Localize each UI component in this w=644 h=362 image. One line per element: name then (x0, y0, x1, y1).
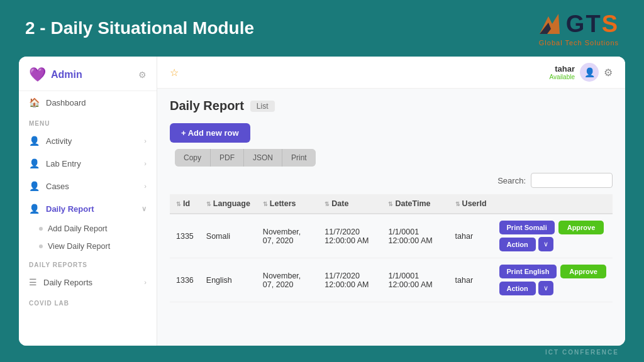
cell-id: 1335 (170, 214, 200, 258)
page-main-title: 2 - Daily Situational Module (25, 18, 254, 38)
user-status: Available (550, 74, 575, 80)
activity-icon: 👤 (29, 136, 40, 146)
arrow-down-icon: ∨ (142, 205, 147, 213)
row-actions-bottom: Action ∨ (499, 281, 606, 295)
sidebar-item-daily-reports[interactable]: ☰ Daily Reports › (19, 271, 157, 293)
sub-dot-icon (39, 244, 43, 248)
col-datetime: ⇅DateTime (382, 194, 448, 214)
user-gear-icon[interactable]: ⚙ (604, 67, 613, 79)
search-input[interactable] (531, 173, 613, 188)
sidebar-section-daily-reports: DAILY REPORTS (19, 255, 157, 271)
table-body: 1335 Somali November, 07, 2020 11/7/2020… (170, 214, 613, 302)
cell-userid: tahar (449, 258, 493, 302)
sidebar-item-dashboard[interactable]: 🏠 Dashboard (19, 91, 157, 114)
json-button[interactable]: JSON (244, 149, 282, 167)
gts-bird-icon (535, 10, 562, 38)
copy-button[interactable]: Copy (175, 149, 211, 167)
top-header: 2 - Daily Situational Module GTS Global … (0, 0, 644, 57)
page-badge: List (250, 101, 275, 112)
page-title: Daily Report (170, 99, 244, 113)
sidebar-item-label: Activity (46, 136, 72, 146)
lab-icon: 👤 (29, 158, 40, 168)
cell-date: 11/7/2020 12:00:00 AM (318, 258, 382, 302)
sidebar-section-menu: MENU (19, 114, 157, 129)
col-id: ⇅Id (170, 194, 200, 214)
search-label: Search: (497, 176, 526, 185)
brand-icon: 💜 (29, 67, 46, 83)
watermark-ict: ICT CONFERENCE (545, 349, 619, 356)
sort-icon: ⇅ (263, 201, 268, 207)
sort-icon: ⇅ (325, 201, 330, 207)
sort-icon: ⇅ (455, 201, 460, 207)
arrow-icon: › (144, 182, 147, 190)
action-dropdown-button-row0[interactable]: ∨ (538, 237, 553, 251)
print-somali-button[interactable]: Print Somali (499, 221, 555, 234)
col-userid: ⇅UserId (449, 194, 493, 214)
cell-letters: November, 07, 2020 (257, 258, 318, 302)
logo-s: S (602, 11, 619, 37)
sidebar-item-label: Cases (46, 182, 69, 191)
col-letters: ⇅Letters (257, 194, 318, 214)
row-actions-top: Print English Approve (499, 265, 606, 278)
arrow-icon: › (144, 278, 147, 286)
cell-date: 11/7/2020 12:00:00 AM (318, 214, 382, 258)
export-btn-group: Copy PDF JSON Print (175, 149, 316, 167)
sidebar-item-label: Daily Reports (43, 278, 92, 287)
cell-datetime: 1/1/0001 12:00:00 AM (382, 258, 448, 302)
approve-button-row1[interactable]: Approve (560, 265, 606, 278)
sidebar-item-activity[interactable]: 👤 Activity › (19, 129, 157, 152)
action-button-row1[interactable]: Action (499, 282, 536, 295)
daily-report-icon: 👤 (29, 204, 40, 214)
print-english-button[interactable]: Print English (499, 265, 557, 278)
toolbar: + Add new row (170, 123, 613, 143)
add-new-row-button[interactable]: + Add new row (170, 123, 250, 143)
table-header-row: ⇅Id ⇅Language ⇅Letters ⇅Date ⇅DateTime ⇅… (170, 194, 613, 214)
user-name: tahar (550, 64, 575, 74)
cell-actions-row0: Print Somali Approve Action ∨ (493, 214, 613, 258)
action-button-row0[interactable]: Action (499, 238, 536, 251)
sidebar-item-lab-entry[interactable]: 👤 Lab Entry › (19, 152, 157, 175)
logo-subtitle: Global Tech Solutions (539, 39, 619, 47)
sidebar-brand-name: Admin (51, 69, 82, 80)
sub-dot-icon (39, 227, 43, 231)
data-table: ⇅Id ⇅Language ⇅Letters ⇅Date ⇅DateTime ⇅… (170, 194, 613, 302)
sidebar-sub-add-daily-report[interactable]: Add Daily Report (19, 220, 157, 238)
cell-letters: November, 07, 2020 (257, 214, 318, 258)
cell-datetime: 1/1/0001 12:00:00 AM (382, 214, 448, 258)
sort-icon: ⇅ (206, 201, 211, 207)
sidebar-settings-icon[interactable]: ⚙ (138, 70, 147, 80)
col-language: ⇅Language (200, 194, 257, 214)
sidebar-item-label: Dashboard (46, 98, 86, 107)
pdf-button[interactable]: PDF (211, 149, 244, 167)
content-topbar: ☆ tahar Available 👤 ⚙ (157, 57, 625, 89)
sort-icon: ⇅ (176, 201, 181, 207)
cases-icon: 👤 (29, 181, 40, 191)
sidebar-item-label: Lab Entry (46, 159, 81, 168)
cell-language: Somali (200, 214, 257, 258)
print-button[interactable]: Print (282, 149, 316, 167)
table-header: ⇅Id ⇅Language ⇅Letters ⇅Date ⇅DateTime ⇅… (170, 194, 613, 214)
sidebar-brand: 💜 Admin ⚙ (19, 57, 157, 91)
sidebar-item-cases[interactable]: 👤 Cases › (19, 175, 157, 197)
sidebar-sub-label: Add Daily Report (48, 224, 108, 233)
row-actions-bottom: Action ∨ (499, 237, 606, 251)
sidebar-sub-view-daily-report[interactable]: View Daily Report (19, 238, 157, 255)
dashboard-icon: 🏠 (29, 97, 40, 107)
favorite-star-icon[interactable]: ☆ (170, 67, 179, 79)
sidebar-item-label: Daily Report (46, 204, 94, 214)
sidebar-sub-label: View Daily Report (48, 242, 110, 251)
page-title-row: Daily Report List (170, 99, 613, 113)
col-actions (493, 194, 613, 214)
content-area: ☆ tahar Available 👤 ⚙ Daily Report List … (157, 57, 625, 346)
row-actions-top: Print Somali Approve (499, 221, 606, 234)
approve-button-row0[interactable]: Approve (558, 221, 604, 234)
main-card: 💜 Admin ⚙ 🏠 Dashboard MENU 👤 Activity › … (19, 57, 625, 346)
user-avatar: 👤 (580, 63, 599, 82)
logo-gts: GTS (535, 10, 619, 38)
action-dropdown-button-row1[interactable]: ∨ (538, 281, 553, 295)
cell-userid: tahar (449, 214, 493, 258)
sidebar-item-daily-report[interactable]: 👤 Daily Report ∨ (19, 197, 157, 220)
arrow-icon: › (144, 160, 147, 167)
table-row: 1336 English November, 07, 2020 11/7/202… (170, 258, 613, 302)
search-row: Search: (170, 173, 613, 188)
